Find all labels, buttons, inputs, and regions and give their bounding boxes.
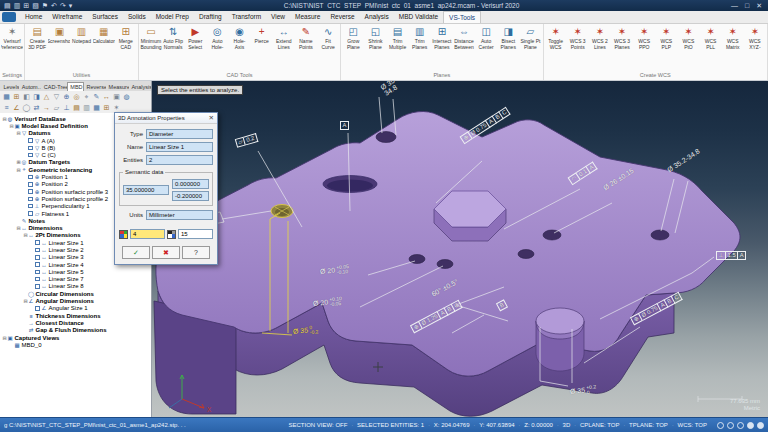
tree-item-mbd-0[interactable]: ▦MBD_0 bbox=[2, 341, 151, 348]
tree-checkbox[interactable] bbox=[35, 277, 40, 282]
tree-checkbox[interactable] bbox=[28, 146, 33, 151]
perpendicularity-fcf[interactable]: ⊥1.5A bbox=[716, 251, 746, 260]
status-circle-icon[interactable] bbox=[717, 422, 724, 429]
tree-item-linear-size-8[interactable]: ↔Linear Size 8 bbox=[2, 283, 151, 290]
tree-checkbox[interactable] bbox=[28, 197, 33, 202]
status-field-cplane[interactable]: CPLANE: TOP bbox=[580, 422, 619, 428]
mbd-toolbar-icon[interactable]: ▱ bbox=[52, 103, 61, 112]
mbd-toolbar-icon[interactable]: ≡ bbox=[2, 103, 11, 112]
dim-dia-20-upper[interactable]: Ø 20+0.05-0.10 bbox=[319, 264, 349, 277]
dim-dia-20-lower[interactable]: Ø 20+0.10-0.05 bbox=[312, 296, 342, 309]
status-circle-icon[interactable] bbox=[747, 422, 754, 429]
tab-model-prep[interactable]: Model Prep bbox=[151, 11, 194, 23]
ribbon-shrink-plane[interactable]: ◱Shrink Plane bbox=[364, 25, 386, 71]
semantic-lower-tol-field[interactable]: -0.200000 bbox=[172, 191, 209, 201]
ribbon-wcs-matrix[interactable]: ✶WCS Matrix bbox=[722, 25, 744, 71]
tab-reverse[interactable]: Reverse bbox=[325, 11, 359, 23]
ribbon-wcs-3-points[interactable]: ✶WCS 3 Points bbox=[567, 25, 589, 71]
undo-icon[interactable]: ↶ bbox=[51, 1, 57, 11]
ribbon-single-pt-plane[interactable]: ▱Single Pt Plane bbox=[519, 25, 541, 71]
help-button[interactable]: ? bbox=[182, 246, 210, 259]
redo-icon[interactable]: ↷ bbox=[60, 1, 66, 11]
tab-home[interactable]: Home bbox=[20, 11, 47, 23]
mbd-toolbar-icon[interactable]: ◎ bbox=[72, 92, 81, 101]
status-field-x[interactable]: X: 204.04769 bbox=[434, 422, 470, 428]
ribbon-auto-hole-axis[interactable]: ◎Auto Hole-Axis bbox=[206, 25, 228, 71]
position-fcf-bottom[interactable]: ⊕Ø 1.25ABC bbox=[410, 300, 463, 334]
ribbon-pierce[interactable]: +Pierce bbox=[251, 25, 273, 71]
mbd-toolbar-icon[interactable]: ◧ bbox=[22, 92, 31, 101]
dim-dia-35-bottom[interactable]: Ø 35+0.20 bbox=[569, 384, 597, 397]
mbd-toolbar-icon[interactable]: ▦ bbox=[2, 92, 11, 101]
mbd-toolbar-icon[interactable]: ⊕ bbox=[62, 92, 71, 101]
preview-icon[interactable]: ▧ bbox=[32, 1, 39, 11]
tree-checkbox[interactable] bbox=[28, 204, 33, 209]
ribbon-fit-curve-from-chain[interactable]: ∿Fit Curve from Chain bbox=[317, 25, 339, 71]
mbd-toolbar-icon[interactable]: ◯ bbox=[22, 103, 31, 112]
mbd-toolbar-icon[interactable]: ◍ bbox=[122, 92, 131, 101]
dialog-title-bar[interactable]: 3D Annotation Properties ✕ bbox=[115, 113, 217, 124]
tree-checkbox[interactable] bbox=[35, 255, 40, 260]
ribbon-grow-plane[interactable]: ◰Grow Plane bbox=[342, 25, 364, 71]
tree-item-thickness-dimensions[interactable]: ≡Thickness Dimensions bbox=[2, 312, 151, 319]
flag-icon[interactable]: ⚑ bbox=[42, 1, 48, 11]
tree-item-circular-dimensions[interactable]: ◯Circular Dimensions bbox=[2, 290, 151, 297]
ribbon-hole-axis[interactable]: ◉Hole-Axis bbox=[228, 25, 250, 71]
ribbon-toggle-wcs-axes[interactable]: ✶Toggle WCS Axes bbox=[545, 25, 567, 71]
dim-angle-60[interactable]: 60° ±0.5° bbox=[430, 278, 459, 298]
mbd-toolbar-icon[interactable]: ✎ bbox=[92, 92, 101, 101]
ribbon-wcs-3-planes[interactable]: ✶WCS 3 Planes bbox=[611, 25, 633, 71]
ribbon-name-points[interactable]: ✎Name Points bbox=[295, 25, 317, 71]
ribbon-calculator[interactable]: ▦Calculator bbox=[93, 25, 115, 71]
tree-item-gap-flush-dimensions[interactable]: ⇄Gap & Flush Dimensions bbox=[2, 327, 151, 334]
tree-item-linear-size-5[interactable]: ↔Linear Size 5 bbox=[2, 268, 151, 275]
ribbon-auto-center-plane[interactable]: ◫Auto Center Plane bbox=[475, 25, 497, 71]
ribbon-screenshot[interactable]: ▣Screenshot bbox=[48, 25, 70, 71]
ribbon-power-select[interactable]: ▶Power Select bbox=[184, 25, 206, 71]
tab-drafting[interactable]: Drafting bbox=[194, 11, 227, 23]
ribbon-wcs-xyz-abc[interactable]: ✶WCS XYZ-ABC bbox=[744, 25, 766, 71]
entities-field[interactable]: 2 bbox=[146, 155, 213, 165]
tab-wireframe[interactable]: Wireframe bbox=[47, 11, 87, 23]
tree-checkbox[interactable] bbox=[35, 240, 40, 245]
mbd-toolbar-icon[interactable]: ↔ bbox=[102, 92, 111, 101]
tab-mbd-validate[interactable]: MBD Validate bbox=[394, 11, 443, 23]
status-field-y[interactable]: Y: 407.63894 bbox=[479, 422, 514, 428]
ribbon-bisect-planes[interactable]: ◨Bisect Planes bbox=[497, 25, 519, 71]
position-fcf-right[interactable]: ⊕Ø 0.75ABC bbox=[630, 292, 683, 326]
type-field[interactable]: Diameter bbox=[146, 129, 213, 139]
mbd-toolbar-icon[interactable]: ✶ bbox=[112, 103, 121, 112]
dim-dia-26[interactable]: Ø 26 ±0.15 bbox=[602, 167, 635, 192]
datum-a-label[interactable]: A bbox=[340, 121, 349, 130]
dim-dia-35-selected[interactable]: Ø 350-0.2 bbox=[292, 324, 318, 337]
profile-fcf[interactable]: ◠0.1A bbox=[568, 161, 598, 185]
mbd-toolbar-icon[interactable]: ▥ bbox=[82, 103, 91, 112]
cancel-button[interactable]: ✖ bbox=[152, 246, 180, 259]
status-field-tplane[interactable]: TPLANE: TOP bbox=[629, 422, 668, 428]
ribbon-extend-lines[interactable]: ↔Extend Lines bbox=[273, 25, 295, 71]
tree-item-angular-dimensions[interactable]: ⊟∠Angular Dimensions bbox=[2, 297, 151, 304]
mbd-toolbar-icon[interactable]: ▽ bbox=[52, 92, 61, 101]
maximize-button[interactable]: □ bbox=[745, 2, 749, 10]
ribbon-create-3d-pdf[interactable]: ▤Create 3D PDF bbox=[26, 25, 48, 71]
dim-dia-35-34_8[interactable]: Ø 3534.8 bbox=[379, 81, 399, 97]
tree-item-captured-views[interactable]: ⊟▣Captured Views bbox=[2, 334, 151, 341]
panel-tab-analysis[interactable]: Analysis bbox=[129, 83, 151, 91]
ribbon-minimum-bounding-box[interactable]: ▭Minimum Bounding Box bbox=[140, 25, 162, 71]
save-icon[interactable]: ▤ bbox=[4, 1, 11, 11]
mbd-toolbar-icon[interactable]: ⊥ bbox=[62, 103, 71, 112]
units-field[interactable]: Millimeter bbox=[146, 210, 213, 220]
flatness-fcf[interactable]: ▱0.2 bbox=[235, 133, 258, 148]
tree-checkbox[interactable] bbox=[28, 138, 33, 143]
ribbon-notepad[interactable]: ▥Notepad bbox=[70, 25, 92, 71]
status-circle-icon[interactable] bbox=[757, 422, 764, 429]
tree-checkbox[interactable] bbox=[28, 175, 33, 180]
mbd-toolbar-icon[interactable]: ⊞ bbox=[102, 103, 111, 112]
viewport-3d[interactable]: X Select the entities to analyze. ▱0.2AØ… bbox=[152, 81, 768, 417]
mbd-toolbar-icon[interactable]: ⌖ bbox=[82, 92, 91, 101]
panel-tab-levels[interactable]: Levels bbox=[1, 83, 19, 91]
name-field[interactable]: Linear Size 1 bbox=[146, 142, 213, 152]
status-field-selected-entities[interactable]: SELECTED ENTITIES: 1 bbox=[357, 422, 424, 428]
ribbon-wcs-pto[interactable]: ✶WCS PtO bbox=[677, 25, 699, 71]
ribbon-wcs-pll[interactable]: ✶WCS PLL bbox=[700, 25, 722, 71]
